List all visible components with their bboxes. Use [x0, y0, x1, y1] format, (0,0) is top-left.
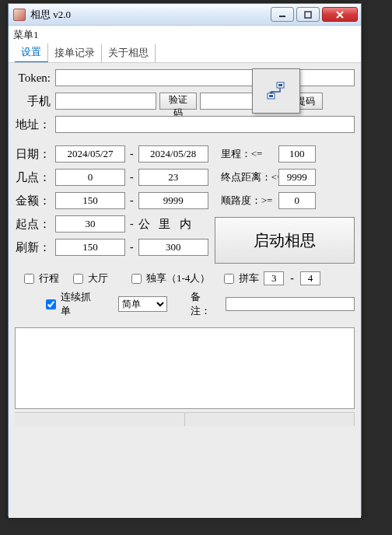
hours-label: 几点：	[15, 170, 52, 185]
remark-input[interactable]	[226, 297, 355, 311]
get-captcha-button[interactable]: 验证码	[159, 93, 197, 110]
phone-input[interactable]	[55, 93, 156, 110]
token-input[interactable]	[55, 69, 355, 86]
connection-icon	[266, 82, 286, 100]
app-icon	[13, 9, 26, 21]
maximize-button[interactable]	[296, 7, 320, 22]
amount-from-input[interactable]	[55, 192, 125, 209]
hall-label: 大厅	[88, 271, 108, 285]
status-bar	[15, 412, 355, 426]
phone-label: 手机	[15, 94, 52, 109]
refresh-label: 刷新：	[15, 240, 52, 255]
log-textarea[interactable]	[15, 327, 355, 409]
smooth-label: 顺路度：>=	[221, 194, 275, 208]
carpool-checkbox[interactable]	[224, 274, 234, 284]
continuous-label: 连续抓单	[61, 290, 101, 318]
end-dist-label: 终点距离：<=	[221, 170, 275, 184]
mode-select[interactable]: 简单	[118, 296, 168, 312]
date-label: 日期：	[15, 147, 52, 162]
start-label: 起点：	[15, 217, 52, 232]
end-dist-input[interactable]	[278, 169, 316, 186]
remark-label: 备注：	[191, 290, 221, 318]
solo-checkbox[interactable]	[131, 274, 142, 284]
mileage-input[interactable]	[278, 145, 316, 163]
tab-settings[interactable]: 设置	[15, 44, 48, 62]
hall-checkbox[interactable]	[73, 274, 83, 284]
svg-rect-7	[269, 95, 273, 97]
refresh-to-input[interactable]	[138, 239, 208, 256]
date-to-input[interactable]	[138, 145, 208, 163]
svg-rect-5	[278, 84, 282, 86]
carpool-label: 拼车	[239, 271, 259, 285]
token-label: Token:	[15, 72, 52, 85]
amount-label: 金额：	[15, 194, 52, 208]
hour-from-input[interactable]	[55, 169, 125, 186]
continuous-checkbox[interactable]	[46, 299, 56, 309]
window-title: 相思 v2.0	[30, 8, 71, 22]
address-label: 地址：	[15, 117, 52, 132]
hour-to-input[interactable]	[138, 169, 208, 186]
carpool-from-input[interactable]	[264, 271, 284, 285]
mileage-label: 里程：<=	[221, 147, 275, 161]
menu-bar: 菜单1 设置 接单记录 关于相思	[9, 26, 361, 62]
carpool-to-input[interactable]	[300, 271, 320, 285]
amount-to-input[interactable]	[138, 192, 208, 209]
trip-checkbox[interactable]	[24, 274, 34, 284]
address-input[interactable]	[55, 116, 355, 133]
app-window: 相思 v2.0 菜单1 设置 接单记录 关于相思 Token:	[8, 3, 362, 516]
close-button[interactable]	[322, 7, 358, 22]
date-from-input[interactable]	[55, 145, 125, 163]
smooth-input[interactable]	[278, 192, 316, 209]
launch-button[interactable]: 启动相思	[215, 217, 355, 264]
minimize-button[interactable]	[271, 7, 294, 22]
tabs: 设置 接单记录 关于相思	[13, 44, 356, 62]
solo-label: 独享（1-4人）	[146, 271, 210, 285]
form-body: Token: 手机 验证码 提码 地址： 日期： - 里程：<= 几点：	[9, 62, 361, 518]
trip-label: 行程	[39, 271, 59, 285]
start-km-input[interactable]	[55, 215, 125, 233]
floating-toolbox[interactable]	[252, 68, 300, 114]
menu-top-item[interactable]: 菜单1	[13, 28, 356, 42]
titlebar: 相思 v2.0	[9, 4, 361, 26]
km-inside-label: 公 里 内	[138, 217, 195, 232]
tab-records[interactable]: 接单记录	[48, 44, 102, 62]
refresh-from-input[interactable]	[55, 239, 125, 256]
svg-rect-1	[305, 12, 311, 18]
tab-about[interactable]: 关于相思	[102, 44, 156, 62]
